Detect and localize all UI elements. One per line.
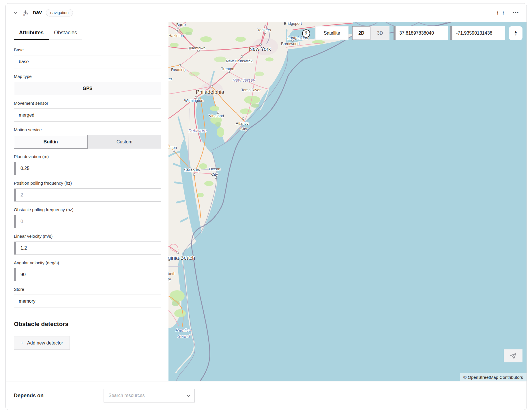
number-accent-bar [14, 268, 16, 281]
resource-type-badge: navigation [46, 9, 73, 16]
map-2d-button[interactable]: 2D [352, 26, 370, 40]
depends-on-select [104, 389, 195, 402]
tab-obstacles[interactable]: Obstacles [49, 26, 82, 40]
depends-on-bar: Depends on [6, 381, 527, 410]
stepper-down-icon[interactable]: ▼ [514, 33, 518, 36]
map-label: Salisbury [184, 168, 200, 172]
map-label: Reading [171, 68, 186, 72]
map-label: ty [168, 277, 171, 281]
store-input[interactable] [14, 295, 161, 308]
plan-deviation-input[interactable] [14, 162, 161, 175]
map-label: City [240, 127, 247, 131]
number-accent-bar [14, 242, 16, 254]
card-header: x x nav navigation { } ••• [6, 3, 527, 22]
map-label: Sound [177, 334, 190, 339]
motion-service-custom-button[interactable]: Custom [88, 135, 162, 149]
plus-icon: + [20, 340, 24, 346]
more-menu-icon[interactable]: ••• [513, 10, 519, 15]
movement-sensor-input[interactable] [14, 108, 161, 122]
map-label: Barre [176, 23, 186, 27]
map-label: ginia Beach [168, 255, 195, 261]
motion-service-builtin-button[interactable]: Builtin [14, 135, 88, 149]
nav-service-card: x x nav navigation { } ••• Attributes Ob… [5, 3, 527, 410]
map-label: New York [249, 46, 271, 52]
latitude-input[interactable] [394, 26, 448, 40]
map-label: Yonkers [257, 28, 271, 32]
config-form: Attributes Obstacles Base Map type GPS M… [6, 22, 168, 381]
collapse-chevron-icon[interactable] [13, 10, 18, 15]
map-type-label: Map type [14, 74, 161, 79]
number-accent-bar [394, 26, 396, 40]
satellite-toggle-button[interactable]: Satellite [315, 26, 349, 40]
recenter-button[interactable] [504, 349, 522, 362]
motion-service-label: Motion service [14, 127, 161, 132]
zoom-stepper[interactable]: ▲ ▼ [509, 26, 522, 40]
add-detector-button[interactable]: + Add new detector [14, 336, 70, 350]
map-label: aston [168, 145, 177, 150]
search-resources-input[interactable] [104, 389, 195, 402]
map-label: Philadelphia [196, 89, 224, 95]
obstacle-polling-label: Obstacle polling frequency (hz) [14, 207, 161, 212]
map-label: Vineland [209, 114, 224, 118]
map-label: Toms River [241, 88, 261, 92]
map-label: Bridgeport [284, 22, 302, 26]
number-accent-bar [14, 162, 16, 175]
map-label: New Jersey [233, 78, 256, 83]
add-detector-label: Add new detector [27, 340, 63, 346]
store-label: Store [14, 287, 161, 292]
map-canvas: Barre Hazleton Allentown Reading ter Yon… [168, 22, 527, 381]
tab-bar: Attributes Obstacles [14, 26, 82, 40]
map-label: Wilmington [184, 98, 203, 103]
linear-velocity-input[interactable] [14, 241, 161, 255]
angular-velocity-input[interactable] [14, 268, 161, 281]
svg-text:x: x [27, 12, 28, 15]
map-label: New Brunswick [226, 59, 253, 63]
map-label: ter [168, 77, 172, 81]
svg-text:x: x [23, 14, 25, 16]
map-label: Atlantic [236, 121, 249, 126]
map-label: Brentwood [281, 42, 300, 46]
longitude-field [450, 26, 505, 40]
map-label: Delaware [188, 128, 207, 133]
motion-service-toggle: Builtin Custom [14, 135, 161, 149]
longitude-input[interactable] [450, 26, 505, 40]
base-label: Base [14, 47, 161, 52]
json-mode-icon[interactable]: { } [496, 10, 505, 15]
number-accent-bar [450, 26, 452, 40]
map-label: Ocean [209, 167, 220, 171]
angular-velocity-label: Angular velocity (deg/s) [14, 260, 161, 265]
map-3d-button[interactable]: 3D [370, 26, 389, 40]
resource-name: nav [33, 10, 42, 16]
depends-on-label: Depends on [14, 393, 44, 399]
position-polling-label: Position polling frequency (hz) [14, 181, 161, 186]
linear-velocity-label: Linear velocity (m/s) [14, 234, 161, 239]
movement-sensor-label: Movement sensor [14, 101, 161, 106]
obstacle-detectors-heading: Obstacle detectors [14, 321, 161, 327]
base-input[interactable] [14, 55, 161, 68]
map-attribution: © OpenStreetMap Contributors [460, 373, 527, 381]
tab-attributes[interactable]: Attributes [14, 26, 49, 40]
map-type-gps-button[interactable]: GPS [14, 82, 161, 95]
navigation-service-icon: x x [23, 10, 29, 16]
map-label: City [211, 172, 218, 177]
map-label: Trenton [221, 67, 234, 71]
navigation-arrow-icon [510, 353, 517, 359]
number-accent-bar [14, 189, 16, 201]
map-label: Hazleton [168, 33, 184, 38]
number-accent-bar [14, 215, 16, 228]
position-polling-input[interactable] [14, 188, 161, 202]
map-label: Allentown [189, 46, 206, 50]
map-label: Pamlico [176, 328, 191, 333]
help-icon[interactable]: ? [302, 29, 310, 38]
latitude-field [394, 26, 448, 40]
plan-deviation-label: Plan deviation (m) [14, 154, 161, 159]
map[interactable]: Barre Hazleton Allentown Reading ter Yon… [168, 22, 527, 381]
map-label: beth [168, 271, 175, 276]
obstacle-polling-input[interactable] [14, 215, 161, 228]
